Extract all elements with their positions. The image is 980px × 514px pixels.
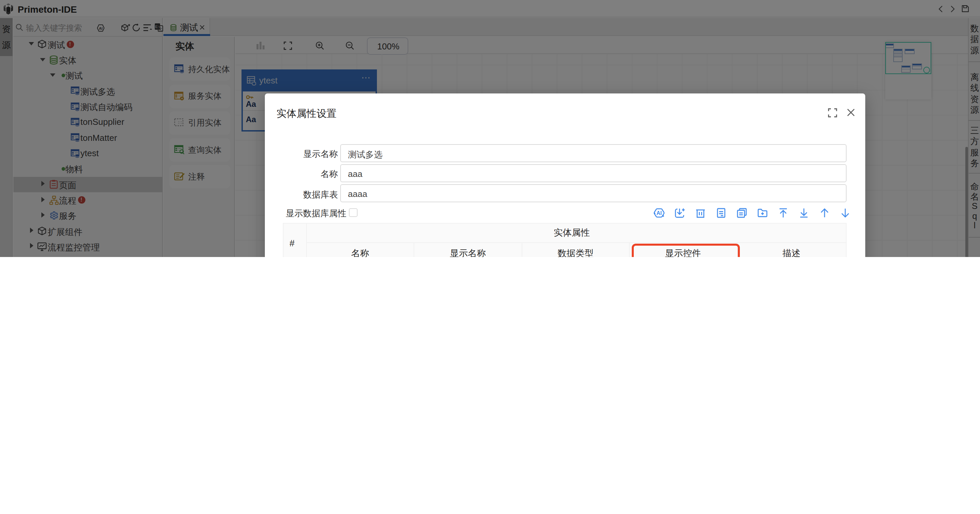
svg-text:AI: AI <box>656 210 662 215</box>
